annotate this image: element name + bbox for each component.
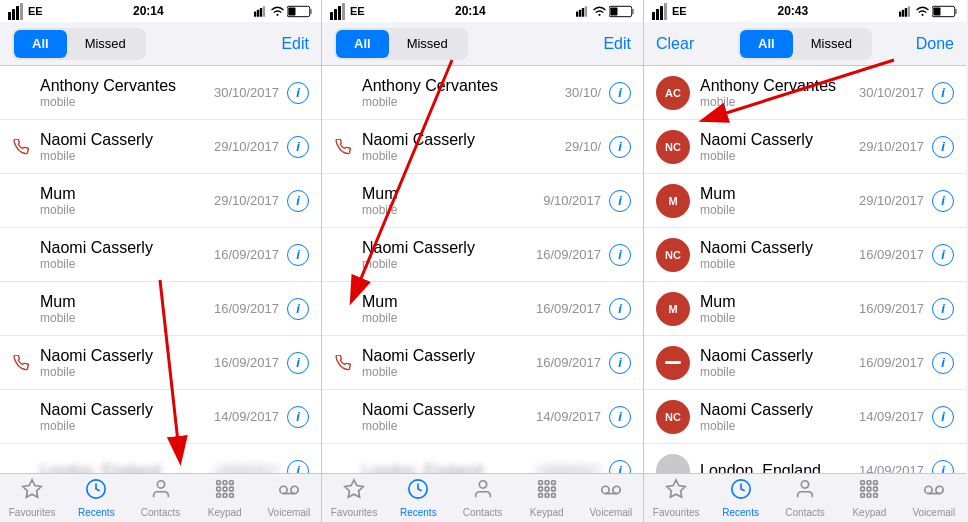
tab-favourites[interactable]: Favourites xyxy=(322,474,386,522)
call-list: AC Anthony Cervantes mobile 30/10/2017 i… xyxy=(644,66,966,473)
avatar: NC xyxy=(656,400,690,434)
missed-tab[interactable]: Missed xyxy=(793,30,870,58)
info-button[interactable]: i xyxy=(609,352,631,374)
info-button[interactable]: i xyxy=(609,136,631,158)
info-button[interactable]: i xyxy=(932,298,954,320)
wifi-icon xyxy=(916,5,929,17)
call-info: Mum mobile xyxy=(40,293,214,325)
call-date: 16/09/2017 xyxy=(859,355,924,370)
info-button[interactable]: i xyxy=(932,190,954,212)
info-button[interactable]: i xyxy=(609,244,631,266)
info-button[interactable]: i xyxy=(932,244,954,266)
battery-icon xyxy=(609,5,635,18)
edit-button[interactable]: Edit xyxy=(603,35,631,53)
missed-call-icon xyxy=(334,354,352,372)
tab-favourites[interactable]: Favourites xyxy=(644,474,708,522)
svg-rect-38 xyxy=(551,481,555,485)
call-info: Mum mobile xyxy=(40,185,214,217)
call-date: 29/10/2017 xyxy=(214,139,279,154)
call-name: Naomi Casserly xyxy=(362,239,536,257)
segment-bar: All Missed Edit xyxy=(322,22,643,66)
all-tab[interactable]: All xyxy=(336,30,389,58)
info-button[interactable]: i xyxy=(287,244,309,266)
svg-rect-12 xyxy=(223,481,227,485)
info-button[interactable]: i xyxy=(932,136,954,158)
call-item: Mum mobile 9/10/2017 i xyxy=(322,174,643,228)
info-button[interactable]: i xyxy=(609,460,631,474)
missed-tab[interactable]: Missed xyxy=(67,30,144,58)
call-info: Naomi Casserly mobile xyxy=(40,347,214,379)
all-tab[interactable]: All xyxy=(740,30,793,58)
all-tab[interactable]: All xyxy=(14,30,67,58)
info-button[interactable]: i xyxy=(287,406,309,428)
status-right xyxy=(899,5,958,18)
tab-voicemail[interactable]: Voicemail xyxy=(579,474,643,522)
call-info: London, England xyxy=(362,462,536,474)
call-item: NC Naomi Casserly mobile 29/10/2017 i xyxy=(644,120,966,174)
favourites-icon xyxy=(21,478,43,505)
contacts-icon xyxy=(150,478,172,505)
info-button[interactable]: i xyxy=(932,460,954,474)
info-button[interactable]: i xyxy=(609,298,631,320)
info-button[interactable]: i xyxy=(932,352,954,374)
missed-tab[interactable]: Missed xyxy=(389,30,466,58)
tab-keypad[interactable]: Keypad xyxy=(837,474,901,522)
info-button[interactable]: i xyxy=(609,406,631,428)
tab-voicemail[interactable]: Voicemail xyxy=(257,474,321,522)
call-date: 30/10/ xyxy=(565,85,601,100)
call-info: Anthony Cervantes mobile xyxy=(362,77,565,109)
status-bar: EE 20:43 xyxy=(644,0,966,22)
tab-favourites[interactable]: Favourites xyxy=(0,474,64,522)
call-date: 29/10/ xyxy=(565,139,601,154)
call-info: Naomi Casserly mobile xyxy=(362,401,536,433)
call-name: London, England xyxy=(700,462,859,474)
call-info: Mum mobile xyxy=(700,293,859,325)
svg-rect-40 xyxy=(545,487,549,491)
call-type: mobile xyxy=(362,311,536,325)
svg-rect-3 xyxy=(263,6,265,17)
tab-contacts[interactable]: Contacts xyxy=(128,474,192,522)
svg-rect-39 xyxy=(538,487,542,491)
done-button[interactable]: Done xyxy=(916,35,954,53)
tab-recents[interactable]: Recents xyxy=(708,474,772,522)
svg-rect-44 xyxy=(551,494,555,498)
wifi-icon xyxy=(593,5,606,17)
call-item: Naomi Casserly mobile 29/10/ i xyxy=(322,120,643,174)
voicemail-icon xyxy=(278,478,300,505)
info-button[interactable]: i xyxy=(932,82,954,104)
info-button[interactable]: i xyxy=(932,406,954,428)
svg-rect-0 xyxy=(254,11,256,16)
tab-contacts[interactable]: Contacts xyxy=(450,474,514,522)
tab-contacts[interactable]: Contacts xyxy=(773,474,837,522)
svg-point-21 xyxy=(291,486,298,493)
tab-keypad[interactable]: Keypad xyxy=(515,474,579,522)
call-item: Anthony Cervantes mobile 30/10/ i xyxy=(322,66,643,120)
call-name: Mum xyxy=(362,293,536,311)
clear-button[interactable]: Clear xyxy=(656,35,694,53)
call-item: M Mum mobile 29/10/2017 i xyxy=(644,174,966,228)
tab-voicemail[interactable]: Voicemail xyxy=(902,474,966,522)
call-info: Mum mobile xyxy=(362,185,543,217)
tab-keypad[interactable]: Keypad xyxy=(193,474,257,522)
segment-control: All Missed xyxy=(334,28,468,60)
info-button[interactable]: i xyxy=(609,82,631,104)
keypad-label: Keypad xyxy=(208,507,242,518)
info-button[interactable]: i xyxy=(287,136,309,158)
info-button[interactable]: i xyxy=(287,298,309,320)
call-date: 29/10/2017 xyxy=(214,193,279,208)
info-button[interactable]: i xyxy=(609,190,631,212)
edit-button[interactable]: Edit xyxy=(281,35,309,53)
call-date: 16/09/2017 xyxy=(536,247,601,262)
avatar xyxy=(656,454,690,474)
avatar: M xyxy=(656,184,690,218)
info-button[interactable]: i xyxy=(287,82,309,104)
contacts-icon xyxy=(472,478,494,505)
segment-bar: Clear All Missed Done xyxy=(644,22,966,66)
info-button[interactable]: i xyxy=(287,352,309,374)
tab-recents[interactable]: Recents xyxy=(386,474,450,522)
svg-rect-65 xyxy=(868,487,872,491)
info-button[interactable]: i xyxy=(287,190,309,212)
tab-recents[interactable]: Recents xyxy=(64,474,128,522)
info-button[interactable]: i xyxy=(287,460,309,474)
svg-point-29 xyxy=(598,14,600,16)
